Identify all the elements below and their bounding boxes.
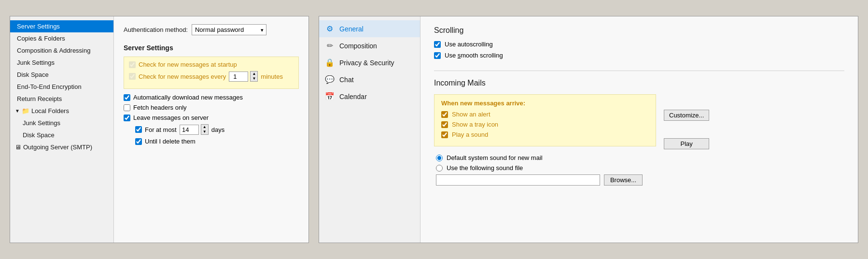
days-label: days [211, 126, 224, 133]
sound-file-input[interactable] [436, 174, 600, 186]
smooth-scrolling-label: Use smooth scrolling [445, 52, 503, 59]
check-every-checkbox[interactable] [129, 73, 136, 80]
auto-scrolling-text: Use autoscrolling [445, 41, 493, 48]
play-sound-label: Play a sound [452, 131, 488, 138]
right-sidebar-item-calendar[interactable]: 📅 Calendar [319, 88, 420, 105]
browse-button[interactable]: Browse... [604, 174, 643, 186]
following-file-radio[interactable] [436, 165, 443, 172]
left-main-content: Authentication method: Normal password E… [114, 16, 308, 243]
chat-icon: 💬 [325, 75, 335, 84]
scrolling-title: Scrolling [434, 26, 844, 35]
days-spinbox: ▲ ▼ [180, 124, 209, 135]
normal-settings: Automatically download new messages Fetc… [124, 94, 299, 145]
auto-download-row: Automatically download new messages [124, 94, 299, 101]
auth-method-select[interactable]: Normal password Encrypted password Kerbe… [192, 24, 266, 35]
play-sound-checkbox[interactable] [441, 131, 448, 138]
auto-download-checkbox[interactable] [124, 94, 130, 101]
left-sidebar: Server Settings Copies & Folders Composi… [10, 16, 114, 243]
check-every-arrows: ▲ ▼ [250, 71, 258, 82]
sidebar-item-local-junk[interactable]: Junk Settings [10, 117, 113, 129]
smooth-scrolling-checkbox[interactable] [434, 52, 441, 59]
calendar-icon: 📅 [325, 92, 335, 101]
pencil-icon: ✏ [325, 41, 335, 50]
auto-download-label: Automatically download new messages [133, 94, 243, 101]
incoming-box-title: When new messages arrive: [441, 100, 649, 107]
show-tray-label: Show a tray icon [452, 121, 498, 128]
sidebar-item-server-settings[interactable]: Server Settings [10, 20, 113, 32]
days-down-arrow[interactable]: ▼ [201, 130, 208, 134]
default-sound-radio[interactable] [436, 155, 443, 161]
auto-scrolling-label: Use autoscrolling [445, 41, 493, 48]
right-sidebar-item-general[interactable]: ⚙ General [319, 20, 420, 37]
sidebar-item-junk-settings[interactable]: Junk Settings [10, 57, 113, 69]
lock-icon: 🔒 [325, 58, 335, 67]
following-file-label: Use the following sound file [447, 164, 523, 172]
sidebar-item-composition[interactable]: Composition & Addressing [10, 44, 113, 57]
calendar-label: Calendar [339, 93, 367, 101]
sidebar-outgoing-header[interactable]: 🖥 Outgoing Server (SMTP) [10, 141, 113, 153]
show-tray-checkbox[interactable] [441, 121, 448, 128]
right-sidebar: ⚙ General ✏ Composition 🔒 Privacy & Secu… [319, 16, 420, 243]
scrolling-section: Scrolling Use autoscrolling Use smooth s… [434, 26, 844, 59]
general-label: General [339, 25, 364, 33]
smtp-icon: 🖥 [15, 144, 21, 151]
section-separator [434, 71, 844, 71]
for-at-most-checkbox[interactable] [135, 126, 142, 133]
default-sound-label: Default system sound for new mail [447, 154, 543, 161]
auth-row: Authentication method: Normal password E… [124, 24, 299, 35]
customize-button[interactable]: Customize... [664, 110, 709, 121]
auth-select-wrapper: Normal password Encrypted password Kerbe… [192, 24, 266, 35]
chat-label: Chat [339, 76, 354, 84]
play-button[interactable]: Play [664, 138, 709, 149]
sidebar-item-copies-folders[interactable]: Copies & Folders [10, 32, 113, 44]
show-alert-checkbox[interactable] [441, 111, 448, 118]
action-buttons: Customize... Play [664, 110, 709, 149]
right-panel: ⚙ General ✏ Composition 🔒 Privacy & Secu… [319, 16, 858, 243]
check-every-down-arrow[interactable]: ▼ [251, 76, 257, 81]
sound-options: Default system sound for new mail Use th… [436, 154, 844, 186]
sidebar-item-return-receipts[interactable]: Return Receipts [10, 93, 113, 105]
sidebar-item-e2e-encryption[interactable]: End-To-End Encryption [10, 81, 113, 93]
fetch-headers-row: Fetch headers only [124, 104, 299, 111]
play-sound-row: Play a sound [441, 131, 649, 138]
days-input[interactable] [180, 125, 199, 135]
check-every-label: Check for new messages every [139, 73, 226, 80]
leave-on-server-checkbox[interactable] [124, 115, 130, 121]
right-sidebar-item-chat[interactable]: 💬 Chat [319, 71, 420, 88]
show-alert-label: Show an alert [452, 111, 490, 118]
privacy-label: Privacy & Security [339, 59, 394, 67]
incoming-box: When new messages arrive: Show an alert … [434, 94, 656, 146]
check-at-startup-checkbox[interactable] [129, 61, 136, 68]
following-file-row: Use the following sound file [436, 164, 844, 172]
fetch-headers-label: Fetch headers only [133, 104, 187, 111]
folder-icon: 📁 [22, 107, 29, 115]
right-main-content: Scrolling Use autoscrolling Use smooth s… [420, 16, 858, 243]
left-panel: Server Settings Copies & Folders Composi… [10, 16, 309, 243]
incoming-mails-title: Incoming Mails [434, 79, 844, 87]
leave-on-server-label: Leave messages on server [133, 114, 209, 121]
check-every-input[interactable] [229, 72, 248, 82]
auto-scrolling-checkbox[interactable] [434, 41, 441, 48]
until-delete-checkbox[interactable] [135, 138, 142, 145]
auth-label: Authentication method: [124, 26, 188, 33]
until-delete-label: Until I delete them [145, 138, 196, 145]
incoming-box-container: When new messages arrive: Show an alert … [434, 94, 844, 154]
server-settings-title: Server Settings [124, 44, 299, 52]
check-at-startup-row: Check for new messages at startup [129, 61, 294, 68]
right-sidebar-item-composition[interactable]: ✏ Composition [319, 37, 420, 54]
check-every-row: Check for new messages every ▲ ▼ minutes [129, 71, 294, 82]
right-sidebar-item-privacy-security[interactable]: 🔒 Privacy & Security [319, 54, 420, 71]
composition-label: Composition [339, 42, 377, 50]
default-sound-row: Default system sound for new mail [436, 154, 844, 161]
days-arrows: ▲ ▼ [201, 124, 209, 135]
sidebar-item-disk-space[interactable]: Disk Space [10, 69, 113, 81]
auto-scrolling-row: Use autoscrolling [434, 41, 844, 48]
show-alert-row: Show an alert [441, 111, 490, 118]
days-up-arrow[interactable]: ▲ [201, 125, 208, 130]
sidebar-local-folders-header[interactable]: ▼ 📁 Local Folders [10, 105, 113, 117]
check-every-up-arrow[interactable]: ▲ [251, 72, 257, 76]
show-tray-row: Show a tray icon [441, 121, 649, 128]
for-at-most-row: For at most ▲ ▼ days [124, 124, 299, 135]
sidebar-item-local-disk-space[interactable]: Disk Space [10, 129, 113, 141]
fetch-headers-checkbox[interactable] [124, 104, 130, 111]
